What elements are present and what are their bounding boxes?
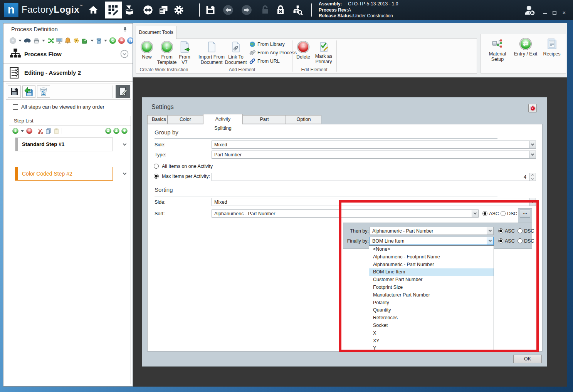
collapse-circle-icon[interactable]: [120, 50, 129, 58]
tab-activity-splitting[interactable]: Activity Splitting: [203, 114, 243, 124]
sort-asc-radio[interactable]: [482, 211, 487, 216]
save-import-button[interactable]: [22, 85, 35, 98]
dropdown-option[interactable]: Customer Part Number: [369, 276, 494, 284]
delete-step-icon[interactable]: [96, 37, 102, 44]
alert-bell-icon[interactable]: [65, 37, 71, 44]
paste-icon[interactable]: [54, 128, 59, 134]
home-icon[interactable]: [88, 5, 99, 15]
spinner-control[interactable]: [529, 173, 536, 181]
unlock-icon[interactable]: [260, 5, 271, 15]
chevron-down-icon[interactable]: [487, 227, 493, 235]
delete-dropdown-caret-icon[interactable]: [104, 40, 107, 42]
dropdown-option[interactable]: Polarity: [369, 299, 494, 307]
delete-document-button[interactable]: [37, 85, 50, 98]
chevron-down-icon[interactable]: [529, 198, 536, 206]
move-down-icon[interactable]: [121, 128, 128, 134]
tab-color-coding[interactable]: Color Coding: [168, 115, 203, 124]
mark-as-primary-button[interactable]: Mark as Primary: [313, 41, 335, 64]
print-dropdown-caret-icon[interactable]: [42, 40, 45, 42]
then-by-combo[interactable]: Alphanumeric - Part Number: [370, 227, 494, 235]
dropdown-option[interactable]: XY: [369, 337, 494, 345]
undo-back-icon[interactable]: [223, 5, 234, 15]
dropdown-option[interactable]: Footprint Size: [369, 284, 494, 291]
add-step-caret-icon[interactable]: [21, 130, 24, 132]
group-side-combo[interactable]: Mixed: [212, 141, 536, 149]
recipes-button[interactable]: Recipes: [541, 38, 563, 57]
tab-document-tools[interactable]: Document Tools: [136, 26, 176, 39]
from-any-process-button[interactable]: From Any Process: [249, 50, 297, 56]
documents-icon[interactable]: [158, 5, 169, 15]
from-url-button[interactable]: From URL: [249, 58, 280, 64]
all-items-radio[interactable]: [154, 164, 159, 169]
process-flow-row[interactable]: Process Flow: [3, 47, 133, 63]
export-dropdown-caret-icon[interactable]: [91, 40, 94, 42]
save-icon[interactable]: [205, 5, 216, 15]
chevron-down-icon[interactable]: [529, 151, 536, 158]
from-v7-button[interactable]: From V7: [178, 41, 192, 65]
tab-part-assignments[interactable]: Part Assignments: [243, 115, 286, 124]
ok-button[interactable]: OK: [513, 355, 542, 363]
redo-forward-icon[interactable]: [241, 5, 252, 15]
dropdown-option[interactable]: Y: [369, 345, 494, 352]
from-library-button[interactable]: From Library: [249, 41, 285, 47]
save-step-button[interactable]: [8, 85, 21, 98]
cut-icon[interactable]: [37, 128, 43, 134]
minimize-button[interactable]: [541, 9, 548, 16]
tab-option-codes[interactable]: Option Codes: [286, 115, 321, 124]
dropdown-option-selected[interactable]: BOM Line Item: [369, 268, 494, 276]
add-dropdown-caret-icon[interactable]: [18, 40, 22, 42]
deactivate-icon[interactable]: −: [118, 37, 125, 44]
any-order-checkbox[interactable]: [13, 104, 18, 110]
find-step-icon[interactable]: [105, 128, 111, 134]
material-setup-button[interactable]: Material Setup: [486, 38, 509, 62]
dropdown-option[interactable]: Socket: [369, 322, 494, 330]
chevron-down-icon[interactable]: [529, 141, 536, 148]
transfer-icon[interactable]: [143, 5, 153, 15]
finally-by-asc-radio[interactable]: [498, 238, 503, 243]
finally-by-dsc-radio[interactable]: [518, 238, 523, 243]
add-icon[interactable]: +: [10, 37, 16, 44]
lock-close-icon[interactable]: [275, 5, 286, 15]
tab-basics[interactable]: Basics: [147, 115, 168, 124]
dropdown-option[interactable]: References: [369, 314, 494, 322]
editing-assembly-row[interactable]: Editing - Assembly 2: [3, 65, 133, 81]
export-icon[interactable]: [82, 37, 88, 44]
max-items-input[interactable]: 4: [212, 173, 536, 181]
pin-icon[interactable]: [122, 27, 128, 32]
sort-dsc-radio[interactable]: [501, 211, 506, 216]
dialog-close-button[interactable]: ×: [528, 104, 537, 112]
dropdown-option[interactable]: <None>: [369, 246, 494, 253]
process-search-icon[interactable]: [292, 5, 303, 15]
more-sort-options-button[interactable]: ...: [520, 209, 530, 218]
process-shuffle-icon[interactable]: [47, 37, 54, 44]
group-type-combo[interactable]: Part Number: [212, 151, 536, 159]
dropdown-option[interactable]: Alphanumeric - Footprint Name: [369, 253, 494, 261]
chevron-down-icon[interactable]: [487, 237, 493, 245]
activate-icon[interactable]: ↻: [109, 37, 116, 44]
delete-element-button[interactable]: − Delete: [294, 41, 313, 60]
copy-icon[interactable]: [45, 128, 51, 134]
move-up-icon[interactable]: [113, 128, 119, 134]
dropdown-option[interactable]: Manufacturer Part Number: [369, 291, 494, 299]
gear-icon[interactable]: [73, 37, 79, 44]
dropdown-option[interactable]: Alphanumeric - Part Number: [369, 261, 494, 269]
edit-mode-button[interactable]: [116, 85, 130, 98]
print-icon[interactable]: [33, 38, 40, 44]
process-designer-icon-active[interactable]: [105, 2, 122, 18]
step-item-standard[interactable]: Standard Step #1: [15, 137, 113, 151]
entry-exit-button[interactable]: ⇄ Entry / Exit: [511, 38, 540, 57]
sort-combo[interactable]: Alphanumeric - Part Number: [212, 209, 479, 218]
dropdown-option[interactable]: Quantity: [369, 307, 494, 314]
settings-gear-icon[interactable]: [173, 5, 184, 15]
maximize-button[interactable]: [551, 9, 558, 16]
presentation-icon[interactable]: [56, 37, 62, 44]
from-template-button[interactable]: ↓ From Template: [156, 41, 178, 65]
user-logout-icon[interactable]: [523, 4, 534, 15]
dropdown-option[interactable]: X: [369, 330, 494, 337]
material-receive-icon[interactable]: [124, 5, 135, 15]
close-button[interactable]: ×: [561, 9, 568, 16]
add-step-icon[interactable]: +: [12, 128, 18, 134]
remove-step-icon[interactable]: −: [26, 128, 32, 134]
step-expand-chevron-icon[interactable]: [123, 171, 127, 175]
find-icon[interactable]: [24, 38, 31, 43]
